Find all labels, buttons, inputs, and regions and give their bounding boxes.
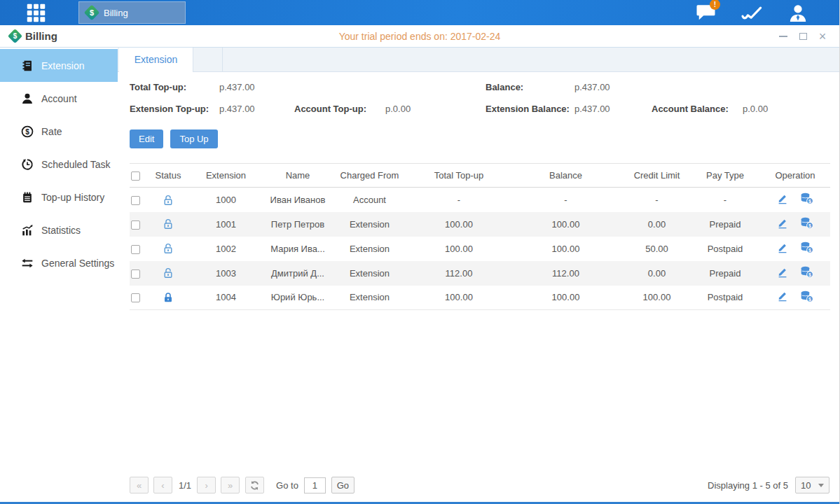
first-page-button[interactable]: «: [130, 477, 149, 493]
sidebar-item-topup-history[interactable]: Top-up History: [0, 181, 118, 214]
page-size-value: 10: [801, 480, 811, 491]
lock-status-icon: [163, 194, 174, 204]
row-checkbox[interactable]: [131, 293, 140, 302]
row-checkbox[interactable]: [131, 270, 140, 279]
svg-text:$: $: [808, 296, 811, 302]
cell-extension: 1002: [186, 237, 266, 261]
minimize-button[interactable]: [778, 31, 789, 42]
notifications-button[interactable]: !: [694, 2, 717, 23]
maximize-button[interactable]: [797, 31, 808, 42]
topup-icon[interactable]: $: [800, 266, 813, 280]
account-icon: [21, 92, 34, 105]
edit-button[interactable]: Edit: [130, 130, 163, 148]
desktop-topbar: $ Billing !: [0, 0, 839, 25]
tab-extension[interactable]: Extension: [119, 48, 193, 72]
lock-status-icon: [163, 267, 174, 278]
row-checkbox[interactable]: [131, 220, 140, 230]
tab-separator: [193, 48, 223, 71]
billing-app-icon: $: [84, 5, 100, 21]
sidebar-item-label: Rate: [41, 126, 62, 137]
caret-down-icon: [818, 484, 824, 487]
user-icon: [787, 4, 808, 22]
resource-monitor-button[interactable]: [740, 2, 764, 23]
cell-charged-from: Extension: [329, 286, 410, 310]
column-header-name: Name: [266, 164, 329, 188]
last-page-button[interactable]: »: [221, 477, 240, 493]
next-page-button[interactable]: ›: [197, 477, 216, 493]
sidebar-item-extension[interactable]: Extension: [0, 49, 118, 82]
row-checkbox[interactable]: [131, 245, 140, 254]
svg-text:$: $: [25, 127, 29, 135]
billing-window-icon: $: [8, 29, 22, 43]
column-header-credit-limit: Credit Limit: [624, 164, 690, 188]
account-balance-value: p.0.00: [743, 103, 829, 115]
page-indicator: 1/1: [179, 480, 191, 491]
table-header-row: Status Extension Name Charged From Total…: [130, 164, 830, 188]
column-header-operation: Operation: [760, 164, 830, 188]
row-checkbox[interactable]: [131, 196, 140, 205]
select-all-checkbox[interactable]: [131, 172, 140, 181]
edit-icon[interactable]: [777, 267, 788, 280]
user-account-button[interactable]: [786, 2, 810, 23]
screen: $ Billing !: [0, 0, 840, 504]
topup-icon[interactable]: $: [800, 192, 813, 206]
statistics-icon: [21, 224, 34, 237]
edit-icon[interactable]: [777, 218, 788, 231]
column-header-extension: Extension: [186, 164, 266, 188]
goto-page-input[interactable]: [304, 477, 326, 493]
cell-extension: 1003: [186, 261, 266, 286]
sidebar-item-general-settings[interactable]: General Settings: [0, 246, 118, 279]
rate-icon: $: [21, 125, 34, 138]
app-launcher-button[interactable]: [24, 2, 48, 23]
total-topup-label: Total Top-up:: [130, 81, 219, 94]
total-topup-value: p.437.00: [219, 81, 294, 94]
displaying-text: Displaying 1 - 5 of 5: [708, 480, 788, 491]
sidebar-item-label: Top-up History: [41, 192, 104, 203]
table-row: 1002 Мария Ива... Extension 100.00 100.0…: [130, 237, 830, 261]
cell-credit-limit: 100.00: [624, 286, 690, 310]
topup-icon[interactable]: $: [800, 241, 813, 255]
edit-icon[interactable]: [777, 242, 788, 255]
top-up-button[interactable]: Top Up: [170, 130, 217, 148]
sidebar-item-account[interactable]: Account: [0, 82, 118, 115]
cell-total-topup: 112.00: [410, 261, 508, 286]
edit-icon[interactable]: [777, 193, 788, 206]
sidebar-item-label: Statistics: [41, 225, 81, 236]
window-controls: ×: [778, 31, 828, 42]
sidebar-item-statistics[interactable]: Statistics: [0, 214, 118, 246]
column-header-total-topup: Total Top-up: [410, 164, 508, 188]
cell-balance: 100.00: [508, 212, 624, 237]
column-header-pay-type: Pay Type: [690, 164, 760, 188]
cell-credit-limit: 50.00: [624, 237, 690, 261]
lock-status-icon: [163, 243, 174, 253]
extension-topup-value: p.437.00: [219, 103, 294, 115]
page-size-select[interactable]: 10: [795, 477, 829, 493]
column-header-balance: Balance: [508, 164, 624, 188]
notification-badge: !: [710, 0, 720, 10]
topup-icon[interactable]: $: [800, 217, 813, 231]
edit-icon[interactable]: [777, 290, 788, 304]
account-balance-label: Account Balance:: [652, 103, 743, 115]
extension-balance-value: p.437.00: [574, 103, 652, 115]
account-topup-label: Account Top-up:: [294, 103, 385, 115]
close-button[interactable]: ×: [817, 31, 828, 42]
topup-icon[interactable]: $: [800, 290, 813, 304]
cell-pay-type: Prepaid: [690, 261, 760, 286]
goto-label: Go to: [276, 480, 298, 491]
go-button[interactable]: Go: [331, 477, 354, 493]
prev-page-button[interactable]: ‹: [153, 477, 172, 493]
cell-name: Дмитрий Д...: [266, 261, 329, 286]
cell-extension: 1000: [186, 188, 266, 212]
action-buttons: Edit Top Up: [130, 130, 829, 148]
sidebar-item-scheduled-task[interactable]: Scheduled Task: [0, 148, 118, 181]
svg-text:$: $: [808, 248, 811, 253]
sidebar-item-rate[interactable]: $ Rate: [0, 115, 118, 148]
billing-summary: Total Top-up: p.437.00 Balance: p.437.00…: [130, 81, 829, 115]
taskbar-item-billing[interactable]: $ Billing: [78, 1, 186, 24]
general-settings-icon: [21, 257, 34, 270]
window-titlebar: $ Billing Your trial period ends on: 201…: [0, 25, 839, 48]
cell-pay-type: -: [690, 188, 760, 212]
refresh-button[interactable]: [245, 477, 264, 493]
sidebar-item-label: Account: [41, 93, 77, 104]
lock-status-icon: [163, 291, 174, 302]
